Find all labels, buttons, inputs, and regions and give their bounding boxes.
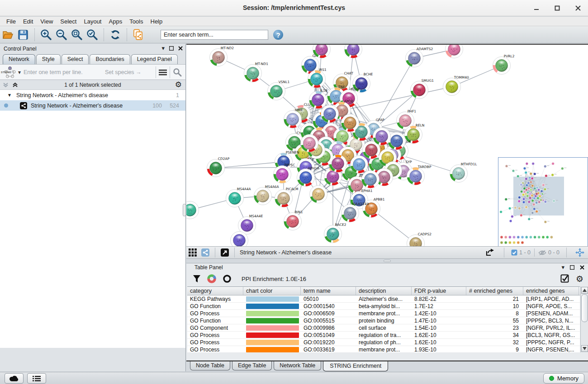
network-row-selected[interactable]: String Network - Alzheimer's disease 100…: [0, 100, 185, 111]
zoom-fit-button[interactable]: [70, 28, 84, 42]
horizontal-splitter[interactable]: [186, 259, 588, 263]
filter-icon[interactable]: [193, 275, 201, 283]
close-panel-icon[interactable]: [178, 46, 183, 51]
string-query-input[interactable]: Enter one term per line.: [24, 69, 83, 75]
tree-expander-icon[interactable]: ▼: [7, 93, 12, 98]
network-node[interactable]: MT-ND2: [210, 46, 234, 66]
network-node[interactable]: PVRL2: [493, 54, 515, 75]
tab-style[interactable]: Style: [36, 54, 61, 64]
zoom-in-button[interactable]: [39, 28, 53, 42]
menu-apps[interactable]: Apps: [105, 17, 126, 26]
table-row[interactable]: GO ProcessGO:0051049regulation of tra...…: [187, 332, 580, 339]
tab-network[interactable]: Network: [3, 54, 35, 64]
network-node[interactable]: [301, 135, 318, 152]
panel-menu-caret-icon[interactable]: ▾: [161, 45, 165, 52]
save-session-button[interactable]: [16, 28, 30, 42]
network-node[interactable]: BIN1: [284, 210, 303, 230]
maximize-button[interactable]: [552, 3, 563, 14]
enrichment-table[interactable]: categorychart colorterm namedescriptionF…: [187, 286, 580, 352]
network-options-gear-icon[interactable]: ⚙: [175, 81, 182, 89]
column-header-FDRp-value[interactable]: FDR p-value: [412, 287, 466, 295]
panel-splitter-handle[interactable]: [183, 204, 186, 216]
network-node[interactable]: [186, 201, 199, 219]
network-node[interactable]: IL1B: [309, 89, 328, 109]
menu-edit[interactable]: Edit: [19, 17, 37, 26]
splitter-handle[interactable]: [384, 260, 391, 262]
refresh-button[interactable]: [108, 28, 123, 42]
menu-select[interactable]: Select: [57, 17, 80, 26]
select-terms-checkbox-icon[interactable]: [560, 274, 569, 283]
network-from-clipboard-button[interactable]: [131, 28, 146, 42]
network-canvas[interactable]: MT-ND2MT-ND1VSNL1GAB2IRS1CLUCHATBCHEIL1B…: [186, 44, 588, 246]
ring-chart-icon[interactable]: [223, 274, 232, 283]
network-share-view-button[interactable]: [199, 247, 211, 258]
tab-edge-table[interactable]: Edge Table: [232, 361, 272, 370]
scrollbar-thumb[interactable]: [581, 294, 588, 322]
tab-select[interactable]: Select: [62, 54, 89, 64]
tab-network-table[interactable]: Network Table: [274, 361, 321, 370]
string-options-menu-icon[interactable]: [159, 69, 167, 75]
zoom-out-button[interactable]: [54, 28, 69, 42]
export-network-button[interactable]: [484, 247, 497, 258]
column-header-description[interactable]: description: [356, 287, 412, 295]
network-node[interactable]: [373, 128, 391, 145]
float-panel-icon[interactable]: [169, 46, 174, 51]
grid-view-button[interactable]: [187, 247, 199, 258]
scroll-up-button[interactable]: [581, 287, 588, 294]
memory-button[interactable]: Memory: [543, 373, 584, 384]
network-node[interactable]: [345, 45, 362, 58]
column-header-enrichedgenes[interactable]: # enriched genes: [466, 287, 523, 295]
search-input[interactable]: [161, 30, 268, 40]
network-node[interactable]: [310, 186, 327, 203]
cloud-tasks-button[interactable]: [5, 373, 24, 384]
network-collection-row[interactable]: ▼ String Network - Alzheimer's disease 1: [0, 90, 185, 100]
network-node[interactable]: CD2AP: [207, 157, 230, 177]
menu-layout[interactable]: Layout: [80, 17, 105, 26]
donut-chart-icon[interactable]: [207, 274, 216, 283]
network-node[interactable]: MTHFD1L: [450, 162, 478, 183]
menu-help[interactable]: Help: [147, 17, 166, 26]
table-row[interactable]: GO FunctionGO:0005515protein binding1.47…: [187, 317, 580, 324]
menu-tools[interactable]: Tools: [126, 17, 147, 26]
column-header-enrichedgenes[interactable]: enriched genes: [523, 287, 579, 295]
table-row[interactable]: GO ProcessGO:0006509membrane prot...1.42…: [187, 310, 580, 317]
network-node[interactable]: PICALM: [275, 187, 299, 207]
close-button[interactable]: [573, 3, 583, 14]
network-node[interactable]: BACE2: [324, 223, 346, 243]
enrichment-settings-gear-icon[interactable]: ⚙: [576, 275, 583, 283]
task-list-button[interactable]: [27, 373, 46, 384]
detach-view-button[interactable]: [219, 247, 231, 258]
tab-legend-panel[interactable]: Legend Panel: [131, 54, 178, 64]
minimize-button[interactable]: [531, 3, 542, 14]
network-node[interactable]: CADPS2: [407, 232, 432, 247]
open-session-button[interactable]: [0, 28, 15, 42]
network-node[interactable]: [446, 45, 463, 58]
column-header-chartcolor[interactable]: chart color: [243, 287, 301, 295]
column-header-termname[interactable]: term name: [301, 287, 356, 295]
table-row[interactable]: GO ComponentGO:0009986cell surface1.54E-…: [187, 324, 580, 332]
scroll-down-button[interactable]: [581, 345, 588, 352]
column-header-category[interactable]: category: [187, 287, 243, 295]
menu-file[interactable]: File: [3, 17, 19, 26]
float-table-panel-icon[interactable]: [570, 265, 574, 270]
network-node[interactable]: MT-ND1: [244, 62, 269, 82]
tab-node-table[interactable]: Node Table: [190, 361, 230, 370]
table-row[interactable]: GO FunctionGO:0001540beta-amyloid bi...1…: [187, 303, 580, 310]
menu-view[interactable]: View: [37, 17, 57, 26]
network-node[interactable]: [351, 156, 368, 173]
network-node[interactable]: [362, 171, 379, 188]
close-table-panel-icon[interactable]: [580, 265, 584, 270]
species-selector[interactable]: Set species →: [105, 69, 142, 75]
birdseye-view[interactable]: [498, 157, 588, 246]
pan-tool-button[interactable]: [574, 247, 586, 258]
table-row[interactable]: GO ProcessGO:0019220regulation of ph...1…: [187, 339, 580, 346]
tab-boundaries[interactable]: Boundaries: [90, 54, 130, 64]
network-node[interactable]: TOMM40: [443, 75, 469, 96]
network-node[interactable]: [321, 105, 339, 123]
table-row[interactable]: KEGG Pathways05010Alzheimer's dise...8.8…: [187, 295, 580, 303]
zoom-selected-button[interactable]: [85, 28, 100, 42]
help-button[interactable]: ?: [271, 28, 285, 42]
network-node[interactable]: MS4A4E: [238, 214, 263, 234]
table-panel-menu-caret-icon[interactable]: ▾: [561, 264, 564, 271]
network-node[interactable]: [341, 114, 359, 132]
